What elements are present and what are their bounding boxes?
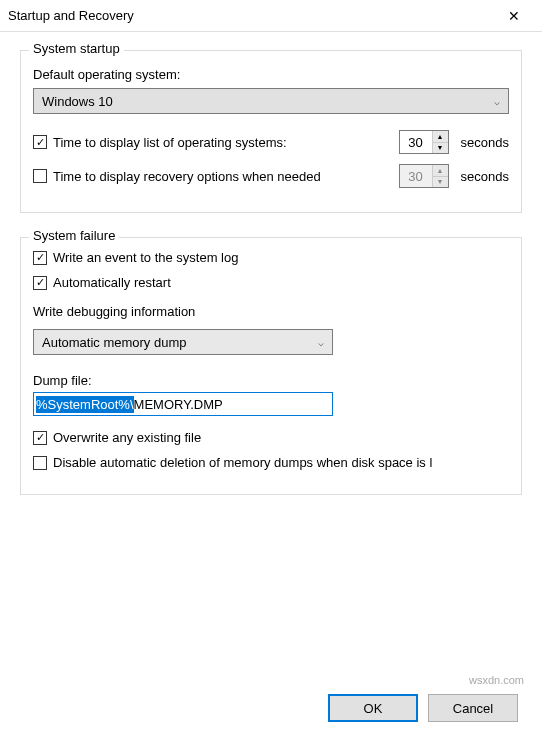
seconds-label: seconds — [461, 135, 509, 150]
auto-restart-row: Automatically restart — [33, 275, 509, 290]
chevron-down-icon: ⌵ — [318, 337, 324, 348]
default-os-dropdown[interactable]: Windows 10 ⌵ — [33, 88, 509, 114]
debug-info-subgroup: Write debugging information Automatic me… — [33, 304, 509, 470]
disable-auto-delete-checkbox[interactable] — [33, 456, 47, 470]
default-os-label: Default operating system: — [33, 67, 509, 82]
dump-file-rest-text: MEMORY.DMP — [134, 397, 223, 412]
system-startup-group: System startup Default operating system:… — [20, 50, 522, 213]
cancel-button[interactable]: Cancel — [428, 694, 518, 722]
system-startup-label: System startup — [29, 41, 124, 56]
spinner-down-icon[interactable]: ▼ — [433, 143, 448, 154]
dialog-title: Startup and Recovery — [8, 8, 494, 23]
spinner-up-icon[interactable]: ▲ — [433, 131, 448, 143]
close-icon: ✕ — [508, 8, 520, 24]
disable-auto-delete-label: Disable automatic deletion of memory dum… — [53, 455, 509, 470]
spinner-buttons: ▲ ▼ — [432, 131, 448, 153]
ok-button[interactable]: OK — [328, 694, 418, 722]
close-button[interactable]: ✕ — [494, 2, 534, 30]
write-event-label: Write an event to the system log — [53, 250, 509, 265]
display-os-list-row: Time to display list of operating system… — [33, 130, 509, 154]
disable-auto-delete-row: Disable automatic deletion of memory dum… — [33, 455, 509, 470]
dump-file-input[interactable]: %SystemRoot%\MEMORY.DMP — [33, 392, 333, 416]
display-recovery-seconds-value: 30 — [400, 165, 432, 187]
debug-info-label: Write debugging information — [33, 304, 509, 319]
system-failure-label: System failure — [29, 228, 119, 243]
display-recovery-checkbox[interactable] — [33, 169, 47, 183]
overwrite-row: Overwrite any existing file — [33, 430, 509, 445]
watermark: wsxdn.com — [469, 674, 524, 686]
spinner-down-icon: ▼ — [433, 177, 448, 188]
debug-info-dropdown[interactable]: Automatic memory dump ⌵ — [33, 329, 333, 355]
auto-restart-label: Automatically restart — [53, 275, 509, 290]
display-recovery-seconds-spinner: 30 ▲ ▼ — [399, 164, 449, 188]
chevron-down-icon: ⌵ — [494, 96, 500, 107]
display-recovery-label: Time to display recovery options when ne… — [53, 169, 393, 184]
titlebar: Startup and Recovery ✕ — [0, 0, 542, 32]
auto-restart-checkbox[interactable] — [33, 276, 47, 290]
debug-info-value: Automatic memory dump — [42, 335, 187, 350]
display-os-list-label: Time to display list of operating system… — [53, 135, 393, 150]
overwrite-label: Overwrite any existing file — [53, 430, 509, 445]
dialog-content: System startup Default operating system:… — [0, 32, 542, 529]
write-event-checkbox[interactable] — [33, 251, 47, 265]
seconds-label: seconds — [461, 169, 509, 184]
spinner-up-icon: ▲ — [433, 165, 448, 177]
display-os-list-checkbox[interactable] — [33, 135, 47, 149]
write-event-row: Write an event to the system log — [33, 250, 509, 265]
system-failure-group: System failure Write an event to the sys… — [20, 237, 522, 495]
display-os-list-seconds-spinner[interactable]: 30 ▲ ▼ — [399, 130, 449, 154]
dump-file-label: Dump file: — [33, 373, 509, 388]
display-recovery-row: Time to display recovery options when ne… — [33, 164, 509, 188]
display-os-list-seconds-value: 30 — [400, 131, 432, 153]
overwrite-checkbox[interactable] — [33, 431, 47, 445]
spinner-buttons: ▲ ▼ — [432, 165, 448, 187]
default-os-value: Windows 10 — [42, 94, 113, 109]
footer-buttons: OK Cancel — [328, 694, 518, 722]
dump-file-selected-text: %SystemRoot%\ — [36, 396, 134, 413]
